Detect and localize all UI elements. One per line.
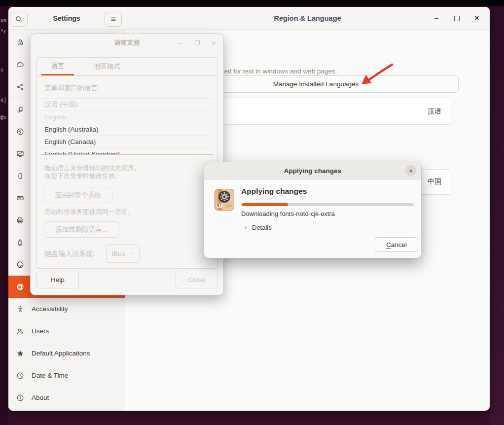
details-label: Details: [252, 224, 272, 231]
menu-language-label: 菜单和窗口的语言:: [44, 84, 100, 93]
language-support-titlebar: 语言支持 – ×: [31, 34, 223, 52]
terminal-text-fragment: un: [0, 18, 6, 24]
tab-bar: 语言 地区格式: [37, 58, 217, 76]
chevron-down-icon: [128, 250, 134, 256]
sidebar-item-label: Date & Time: [32, 372, 68, 379]
sidebar-item-label: About: [32, 394, 49, 401]
dialog-maximize-icon[interactable]: [193, 39, 201, 47]
desktop-right-strip: [490, 6, 504, 425]
sidebar-item-label: Accessibility: [32, 305, 68, 313]
sidebar-item-label: Default Applications: [32, 350, 90, 357]
applying-close-button[interactable]: ×: [405, 165, 416, 176]
language-support-notebook: 语言 地区格式 菜单和窗口的语言: 汉语 (中国)EnglishEnglish …: [36, 57, 217, 269]
drive-icon: [16, 239, 24, 247]
accessibility-icon: [16, 305, 24, 313]
language-list-item[interactable]: English (Canada): [41, 136, 213, 148]
details-expander[interactable]: Details: [243, 224, 272, 231]
close-label: Close: [188, 276, 205, 283]
globe-icon: [16, 283, 24, 291]
display-icon: [16, 150, 24, 158]
ime-system-label: 键盘输入法系统:: [44, 249, 95, 258]
power-icon: [16, 128, 24, 136]
applying-changes-heading: Applying changes: [241, 187, 307, 196]
cloud-icon: [16, 61, 24, 69]
screen: un"rao]@c Settings Region & Language – ×: [0, 0, 504, 425]
sidebar-item-users[interactable]: Users: [8, 320, 125, 342]
desktop-left-strip: un"rao]@c: [0, 6, 8, 425]
search-button[interactable]: [10, 12, 28, 27]
package-manager-icon: [215, 189, 234, 211]
users-icon: [16, 327, 24, 335]
dialog-minimize-icon[interactable]: –: [177, 39, 184, 47]
language-priority-list: 汉语 (中国)EnglishEnglish (Australia)English…: [41, 98, 213, 155]
terminal-text-fragment: o]: [0, 98, 6, 103]
share-icon: [16, 83, 24, 91]
apply-hint: 启动和登录界面使用同一语言。: [44, 208, 134, 216]
language-value: 汉语: [428, 107, 441, 116]
download-status-text: Downloading fonts-noto-cjk-extra: [241, 210, 335, 217]
formats-value: 中国: [428, 177, 441, 186]
ime-system-dropdown[interactable]: IBus: [106, 244, 140, 263]
hamburger-menu-icon: [109, 15, 117, 23]
sidebar-item-date-time[interactable]: Date & Time: [8, 364, 125, 387]
close-icon[interactable]: ×: [473, 14, 481, 22]
cancel-label: Cancel: [386, 241, 407, 248]
download-progress-fill: [242, 203, 288, 206]
app-title: Settings: [53, 14, 80, 22]
terminal-text-fragment: @c: [0, 115, 6, 120]
lock-icon: [16, 38, 24, 46]
primary-menu-button[interactable]: [105, 12, 122, 27]
add-remove-languages-label: 添加或删除语言...: [56, 225, 108, 234]
download-progress-bar: [242, 203, 414, 206]
terminal-text-fragment: "r: [0, 30, 6, 35]
sidebar-item-default-applications[interactable]: Default Applications: [8, 342, 125, 364]
help-label: Help: [51, 276, 65, 283]
close-button[interactable]: Close: [176, 271, 217, 288]
panel-title-area: Region & Language – ×: [125, 7, 490, 30]
apply-system-wide-label: 应用到整个系统: [55, 191, 102, 200]
login-hint: 在您下次登录时修改生效。: [44, 172, 121, 180]
language-support-dialog: 语言支持 – × 语言 地区格式 菜单和窗口的语言: 汉语 (中国)Englis…: [30, 34, 224, 295]
minimize-icon[interactable]: –: [432, 14, 440, 22]
language-list-item[interactable]: English: [41, 111, 213, 123]
chevron-right-icon: [243, 225, 249, 231]
maximize-icon[interactable]: [453, 14, 461, 22]
desktop-bottom-strip: [8, 411, 490, 425]
sidebar-item-accessibility[interactable]: Accessibility: [8, 298, 125, 320]
color-icon: [16, 261, 24, 269]
music-icon: [16, 106, 24, 113]
search-icon: [15, 15, 23, 23]
dialog-close-icon[interactable]: ×: [210, 39, 217, 47]
ime-system-value: IBus: [111, 250, 125, 257]
manage-installed-languages-label: Manage Installed Languages: [273, 80, 359, 88]
top-panel: [0, 0, 504, 6]
language-list-item[interactable]: English (Australia): [41, 123, 213, 136]
info-icon: [16, 394, 24, 402]
tab-language[interactable]: 语言: [41, 58, 74, 75]
star-icon: [16, 350, 24, 357]
clock-icon: [16, 372, 24, 380]
app-title-area: Settings: [8, 7, 125, 30]
add-remove-languages-button[interactable]: 添加或删除语言...: [44, 221, 119, 238]
cancel-button[interactable]: Cancel: [375, 237, 418, 252]
panel-title: Region & Language: [274, 14, 341, 22]
printer-icon: [16, 216, 24, 224]
sidebar-item-label: Users: [32, 327, 49, 335]
terminal-text-fragment: a: [0, 68, 3, 73]
mouse-icon: [16, 172, 24, 180]
language-list-item[interactable]: English (United Kingdom): [41, 148, 213, 155]
help-button[interactable]: Help: [36, 271, 79, 288]
apply-system-wide-button[interactable]: 应用到整个系统: [44, 187, 112, 203]
language-list-item[interactable]: 汉语 (中国): [41, 99, 213, 111]
applying-changes-dialog: Applying changes × Applying changes: [204, 162, 422, 258]
keyboard-icon: [16, 194, 24, 202]
applying-changes-title: Applying changes: [204, 162, 421, 179]
tab-regional-formats[interactable]: 地区格式: [85, 58, 129, 75]
sidebar-item-about[interactable]: About: [8, 387, 125, 409]
